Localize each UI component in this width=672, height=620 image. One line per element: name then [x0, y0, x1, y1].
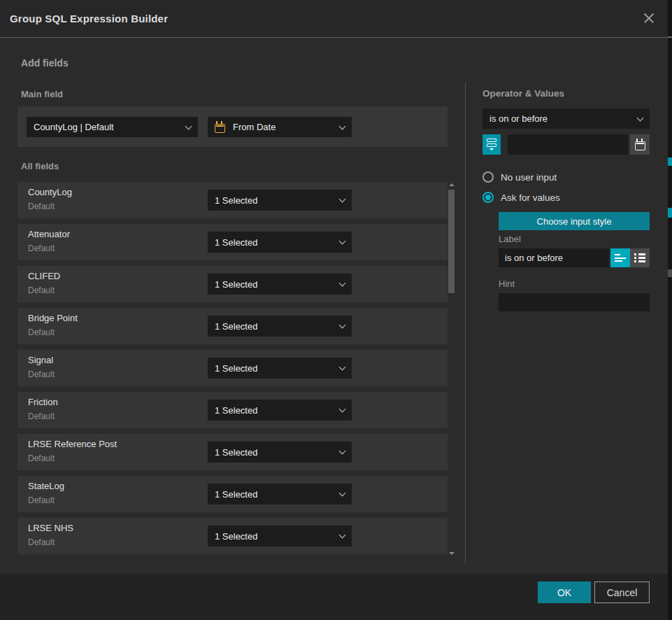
main-field-field-value: From Date: [233, 122, 276, 132]
operator-value: is on or before: [489, 113, 548, 124]
field-row: StateLog Default 1 Selected: [17, 476, 448, 512]
field-selected-dropdown[interactable]: 1 Selected: [208, 484, 352, 505]
field-name: LRSE Reference Post: [28, 439, 117, 449]
field-row: Bridge Point Default 1 Selected: [17, 308, 448, 344]
main-field-field-select[interactable]: From Date: [208, 117, 352, 137]
label-caption: Label: [499, 234, 521, 244]
dialog-title: Group SQL Expression Builder: [10, 13, 168, 24]
field-type: Default: [28, 327, 55, 337]
dialog-titlebar: Group SQL Expression Builder: [0, 0, 668, 38]
field-name: CountyLog: [28, 187, 72, 197]
field-name: Signal: [28, 355, 53, 365]
field-selected-dropdown[interactable]: 1 Selected: [208, 274, 352, 295]
background-fragment: [668, 157, 672, 166]
field-row: LRSE Reference Post Default 1 Selected: [17, 434, 448, 470]
input-style-list-toggle[interactable]: [630, 248, 650, 267]
calendar-picker-icon: [635, 141, 645, 150]
operator-values-heading: Operator & Values: [482, 88, 564, 99]
field-name: Friction: [28, 397, 58, 407]
close-button[interactable]: [637, 6, 661, 30]
close-icon: [643, 13, 655, 24]
radio-ask-for-values[interactable]: Ask for values: [482, 192, 560, 203]
field-name: Attenuator: [28, 229, 70, 239]
panel-divider: [465, 83, 466, 564]
field-selected-dropdown[interactable]: 1 Selected: [208, 190, 352, 211]
date-field-icon: [215, 124, 225, 133]
field-selected-dropdown[interactable]: 1 Selected: [208, 358, 352, 379]
field-row: CLIFED Default 1 Selected: [17, 266, 448, 302]
scrollbar-thumb[interactable]: [448, 190, 455, 293]
chevron-down-icon: [637, 114, 644, 121]
selected-count: 1 Selected: [215, 363, 257, 374]
field-type: Default: [28, 286, 55, 295]
radio-no-user-input[interactable]: No user input: [482, 171, 557, 183]
dialog-footer: OK Cancel: [0, 574, 668, 620]
list-bullet-icon: [634, 253, 645, 262]
selected-count: 1 Selected: [215, 531, 257, 542]
align-left-icon: [615, 254, 626, 262]
cancel-button[interactable]: Cancel: [594, 582, 650, 603]
field-type: Default: [28, 453, 55, 463]
field-row: Signal Default 1 Selected: [17, 350, 448, 386]
main-field-layer-value: CountyLog | Default: [34, 122, 114, 132]
radio-label: No user input: [501, 172, 557, 183]
field-row: Attenuator Default 1 Selected: [17, 224, 448, 260]
chevron-down-icon: [339, 280, 346, 287]
screen: Group SQL Expression Builder Add fields …: [0, 0, 672, 620]
ok-button[interactable]: OK: [538, 582, 591, 603]
field-type: Default: [28, 244, 55, 253]
field-row: CountyLog Default 1 Selected: [17, 182, 448, 218]
field-type: Default: [28, 537, 55, 547]
selected-count: 1 Selected: [215, 195, 257, 206]
radio-label: Ask for values: [501, 192, 560, 203]
scroll-up-icon[interactable]: [449, 183, 455, 186]
field-row: Friction Default 1 Selected: [17, 392, 448, 428]
field-selected-dropdown[interactable]: 1 Selected: [208, 400, 352, 421]
chevron-down-icon: [339, 322, 346, 329]
field-name: StateLog: [28, 481, 64, 491]
chevron-down-icon: [339, 196, 346, 203]
field-selected-dropdown[interactable]: 1 Selected: [208, 316, 352, 337]
selected-count: 1 Selected: [215, 447, 257, 458]
group-sql-expression-builder-dialog: Group SQL Expression Builder Add fields …: [0, 0, 668, 620]
field-name: Bridge Point: [28, 313, 78, 323]
field-type: Default: [28, 495, 55, 505]
stacked-values-icon: [487, 139, 496, 150]
chevron-down-icon: [339, 490, 346, 497]
date-picker-button[interactable]: [630, 134, 650, 155]
background-app-strip: [668, 0, 672, 620]
label-input[interactable]: [499, 248, 609, 267]
list-scrollbar: [448, 181, 456, 556]
scroll-down-icon[interactable]: [449, 552, 455, 555]
hint-input[interactable]: [499, 293, 650, 311]
choose-input-style-button[interactable]: Choose input style: [499, 212, 650, 230]
field-selected-dropdown[interactable]: 1 Selected: [208, 232, 352, 253]
value-input[interactable]: [508, 134, 628, 155]
value-source-button[interactable]: [482, 134, 501, 155]
operator-select[interactable]: is on or before: [482, 108, 650, 129]
field-type: Default: [28, 369, 55, 379]
radio-icon-selected: [482, 192, 494, 203]
add-fields-heading: Add fields: [21, 57, 69, 69]
chevron-down-icon: [339, 532, 346, 539]
input-style-text-toggle[interactable]: [610, 248, 630, 267]
field-name: CLIFED: [28, 271, 60, 281]
main-field-panel: CountyLog | Default From Date: [17, 106, 448, 147]
selected-count: 1 Selected: [215, 237, 257, 248]
main-field-layer-select[interactable]: CountyLog | Default: [27, 117, 198, 137]
chevron-down-icon: [339, 238, 346, 245]
field-selected-dropdown[interactable]: 1 Selected: [208, 526, 352, 547]
field-row: LRSE NHS Default 1 Selected: [17, 518, 448, 554]
selected-count: 1 Selected: [215, 279, 257, 290]
chevron-down-icon: [339, 364, 346, 371]
field-selected-dropdown[interactable]: 1 Selected: [208, 442, 352, 463]
field-type: Default: [28, 202, 55, 211]
background-fragment: [668, 36, 672, 38]
background-fragment: [668, 269, 672, 277]
chevron-down-icon: [185, 122, 192, 129]
chevron-down-icon: [339, 122, 346, 129]
main-field-heading: Main field: [21, 89, 63, 99]
selected-count: 1 Selected: [215, 321, 257, 332]
hint-caption: Hint: [499, 279, 515, 289]
all-fields-list: CountyLog Default 1 Selected Attenuator …: [17, 182, 448, 554]
